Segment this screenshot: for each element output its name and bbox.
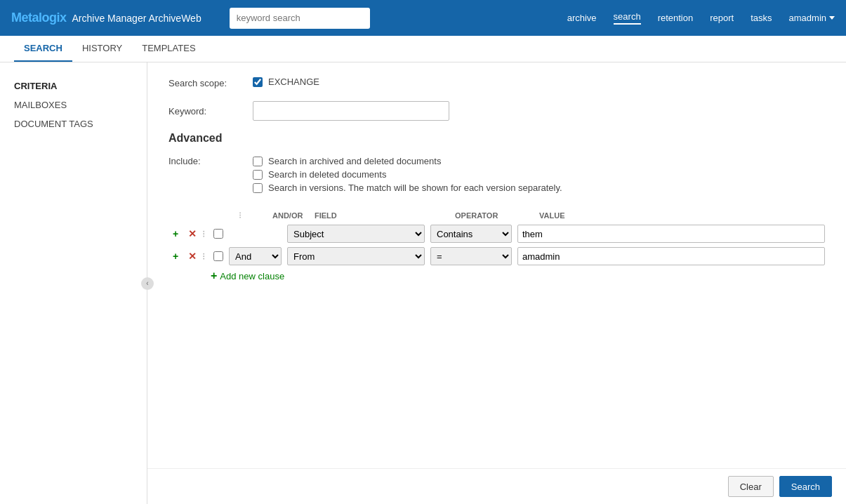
nav-tasks[interactable]: tasks	[751, 13, 772, 23]
clause-add-button-2[interactable]: +	[168, 249, 183, 263]
keyword-label: Keyword:	[168, 106, 253, 117]
global-search[interactable]	[230, 8, 370, 29]
exchange-check-row: EXCHANGE	[253, 77, 825, 87]
app-header: Metalogix Archive Manager ArchiveWeb arc…	[0, 0, 846, 36]
clause-remove-button-2[interactable]: ✕	[185, 249, 199, 263]
include-archived-deleted-label: Search in archived and deleted documents	[268, 156, 441, 166]
content-area: Search scope: EXCHANGE Keyword: Advanced…	[147, 62, 846, 504]
clear-button[interactable]: Clear	[728, 476, 774, 497]
tab-history[interactable]: HISTORY	[72, 36, 132, 62]
tab-search[interactable]: SEARCH	[14, 36, 72, 62]
clause-row-1: + ✕ ⁝ Subject From To Date Size Attachme…	[168, 225, 825, 243]
exchange-label: EXCHANGE	[268, 77, 319, 87]
sidebar-item-criteria[interactable]: CRITERIA	[0, 77, 147, 95]
include-archived-deleted-row: Search in archived and deleted documents	[253, 156, 825, 166]
search-button[interactable]: Search	[779, 476, 832, 497]
keyword-input[interactable]	[253, 101, 449, 121]
chevron-down-icon	[829, 16, 835, 20]
include-deleted-row: Search in deleted documents	[253, 169, 825, 180]
main-nav: archive search retention report tasks am…	[567, 11, 835, 25]
nav-retention[interactable]: retention	[658, 13, 694, 23]
nav-amadmin[interactable]: amadmin	[789, 13, 835, 23]
search-scope-field: EXCHANGE	[253, 77, 825, 90]
clause-checkbox-1[interactable]	[213, 229, 223, 239]
add-clause-label: Add new clause	[220, 271, 284, 281]
clause-operator-select-2[interactable]: = != Contains Does not contain	[430, 247, 512, 265]
clause-checkbox-2[interactable]	[213, 251, 223, 261]
include-archived-deleted-checkbox[interactable]	[253, 157, 263, 166]
drag-handle-icon-1: ⁝	[202, 228, 205, 239]
include-versions-label: Search in versions. The match will be sh…	[268, 183, 562, 193]
include-label: Include:	[168, 156, 253, 166]
include-versions-checkbox[interactable]	[253, 183, 263, 193]
drag-handle-header-icon: ⁝	[239, 210, 242, 220]
keyword-field	[253, 101, 825, 121]
brand-logo-text: Metalogix	[11, 11, 67, 25]
nav-archive[interactable]: archive	[567, 13, 597, 23]
col-header-operator: OPERATOR	[452, 211, 536, 220]
brand: Metalogix Archive Manager ArchiveWeb	[11, 11, 201, 25]
sidebar-item-mailboxes[interactable]: MAILBOXES	[0, 95, 147, 114]
clause-area: ⁝ AND/OR FIELD OPERATOR VALUE + ✕ ⁝ Subj…	[168, 210, 825, 282]
nav-search[interactable]: search	[614, 11, 641, 25]
include-deleted-label: Search in deleted documents	[268, 169, 386, 180]
clause-operator-select-1[interactable]: Contains Does not contain = != Starts wi…	[430, 225, 512, 243]
brand-title: Archive Manager ArchiveWeb	[72, 13, 201, 24]
add-clause-plus-icon: +	[211, 270, 217, 282]
col-header-value: VALUE	[536, 211, 825, 220]
tab-templates[interactable]: TEMPLATES	[132, 36, 205, 62]
clause-add-button-1[interactable]: +	[168, 227, 183, 241]
main-layout: ‹ CRITERIA MAILBOXES DOCUMENT TAGS Searc…	[0, 62, 846, 504]
clause-andor-select-2[interactable]: And Or	[229, 247, 282, 265]
clause-value-input-1[interactable]	[517, 225, 825, 243]
col-header-andor: AND/OR	[256, 211, 312, 220]
drag-handle-icon-2: ⁝	[202, 251, 205, 262]
keyword-row: Keyword:	[168, 101, 825, 121]
clause-row-2: + ✕ ⁝ And Or Subject From To Date Size A…	[168, 247, 825, 265]
tabs-bar: SEARCH HISTORY TEMPLATES	[0, 36, 846, 62]
clause-header: ⁝ AND/OR FIELD OPERATOR VALUE	[168, 210, 825, 220]
clause-field-select-1[interactable]: Subject From To Date Size Attachment	[287, 225, 425, 243]
search-scope-label: Search scope:	[168, 78, 253, 88]
include-deleted-checkbox[interactable]	[253, 170, 263, 180]
sidebar: ‹ CRITERIA MAILBOXES DOCUMENT TAGS	[0, 62, 147, 504]
footer-bar: Clear Search	[147, 468, 846, 504]
add-clause-link[interactable]: + Add new clause	[211, 270, 825, 282]
sidebar-item-document-tags[interactable]: DOCUMENT TAGS	[0, 114, 147, 133]
nav-report[interactable]: report	[710, 13, 734, 23]
nav-amadmin-label: amadmin	[789, 13, 826, 23]
include-field: Search in archived and deleted documents…	[253, 156, 825, 196]
keyword-search-input[interactable]	[230, 8, 370, 29]
clause-value-input-2[interactable]	[517, 247, 825, 265]
col-header-field: FIELD	[312, 211, 452, 220]
advanced-title: Advanced	[168, 132, 825, 145]
brand-logo: Metalogix	[11, 11, 67, 25]
sidebar-collapse-button[interactable]: ‹	[141, 277, 154, 290]
clause-remove-button-1[interactable]: ✕	[185, 227, 199, 241]
include-row: Include: Search in archived and deleted …	[168, 156, 825, 196]
clause-field-select-2[interactable]: Subject From To Date Size Attachment	[287, 247, 425, 265]
exchange-checkbox[interactable]	[253, 77, 263, 87]
include-versions-row: Search in versions. The match will be sh…	[253, 183, 825, 193]
search-scope-row: Search scope: EXCHANGE	[168, 77, 825, 90]
